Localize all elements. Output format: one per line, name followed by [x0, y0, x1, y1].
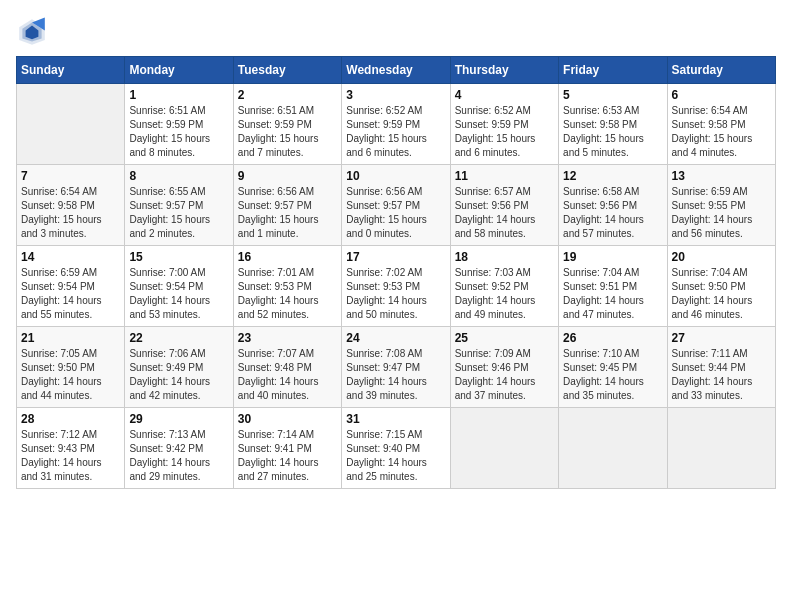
- calendar-cell: 13Sunrise: 6:59 AMSunset: 9:55 PMDayligh…: [667, 165, 775, 246]
- logo-icon: [16, 16, 48, 48]
- calendar-cell: 21Sunrise: 7:05 AMSunset: 9:50 PMDayligh…: [17, 327, 125, 408]
- day-info: Sunrise: 7:13 AMSunset: 9:42 PMDaylight:…: [129, 428, 228, 484]
- day-info: Sunrise: 7:10 AMSunset: 9:45 PMDaylight:…: [563, 347, 662, 403]
- day-info: Sunrise: 7:02 AMSunset: 9:53 PMDaylight:…: [346, 266, 445, 322]
- calendar-cell: [559, 408, 667, 489]
- day-info: Sunrise: 7:01 AMSunset: 9:53 PMDaylight:…: [238, 266, 337, 322]
- calendar-cell: 4Sunrise: 6:52 AMSunset: 9:59 PMDaylight…: [450, 84, 558, 165]
- calendar-cell: 3Sunrise: 6:52 AMSunset: 9:59 PMDaylight…: [342, 84, 450, 165]
- calendar-cell: 25Sunrise: 7:09 AMSunset: 9:46 PMDayligh…: [450, 327, 558, 408]
- calendar-cell: 8Sunrise: 6:55 AMSunset: 9:57 PMDaylight…: [125, 165, 233, 246]
- day-header-thursday: Thursday: [450, 57, 558, 84]
- calendar-cell: 30Sunrise: 7:14 AMSunset: 9:41 PMDayligh…: [233, 408, 341, 489]
- day-info: Sunrise: 7:15 AMSunset: 9:40 PMDaylight:…: [346, 428, 445, 484]
- day-number: 24: [346, 331, 445, 345]
- calendar-cell: 6Sunrise: 6:54 AMSunset: 9:58 PMDaylight…: [667, 84, 775, 165]
- calendar-cell: 14Sunrise: 6:59 AMSunset: 9:54 PMDayligh…: [17, 246, 125, 327]
- day-number: 29: [129, 412, 228, 426]
- day-header-sunday: Sunday: [17, 57, 125, 84]
- day-number: 18: [455, 250, 554, 264]
- calendar-header-row: SundayMondayTuesdayWednesdayThursdayFrid…: [17, 57, 776, 84]
- day-info: Sunrise: 7:04 AMSunset: 9:50 PMDaylight:…: [672, 266, 771, 322]
- day-info: Sunrise: 7:09 AMSunset: 9:46 PMDaylight:…: [455, 347, 554, 403]
- day-info: Sunrise: 6:56 AMSunset: 9:57 PMDaylight:…: [238, 185, 337, 241]
- day-number: 27: [672, 331, 771, 345]
- calendar-week-2: 7Sunrise: 6:54 AMSunset: 9:58 PMDaylight…: [17, 165, 776, 246]
- day-info: Sunrise: 6:52 AMSunset: 9:59 PMDaylight:…: [455, 104, 554, 160]
- day-number: 3: [346, 88, 445, 102]
- calendar-cell: 22Sunrise: 7:06 AMSunset: 9:49 PMDayligh…: [125, 327, 233, 408]
- day-number: 15: [129, 250, 228, 264]
- calendar-cell: 5Sunrise: 6:53 AMSunset: 9:58 PMDaylight…: [559, 84, 667, 165]
- calendar-week-5: 28Sunrise: 7:12 AMSunset: 9:43 PMDayligh…: [17, 408, 776, 489]
- day-info: Sunrise: 6:51 AMSunset: 9:59 PMDaylight:…: [238, 104, 337, 160]
- calendar-cell: 24Sunrise: 7:08 AMSunset: 9:47 PMDayligh…: [342, 327, 450, 408]
- day-number: 22: [129, 331, 228, 345]
- calendar: SundayMondayTuesdayWednesdayThursdayFrid…: [16, 56, 776, 489]
- day-number: 8: [129, 169, 228, 183]
- calendar-cell: 27Sunrise: 7:11 AMSunset: 9:44 PMDayligh…: [667, 327, 775, 408]
- calendar-cell: 19Sunrise: 7:04 AMSunset: 9:51 PMDayligh…: [559, 246, 667, 327]
- day-info: Sunrise: 7:05 AMSunset: 9:50 PMDaylight:…: [21, 347, 120, 403]
- day-number: 2: [238, 88, 337, 102]
- day-number: 7: [21, 169, 120, 183]
- day-header-monday: Monday: [125, 57, 233, 84]
- day-number: 12: [563, 169, 662, 183]
- day-number: 1: [129, 88, 228, 102]
- day-info: Sunrise: 6:59 AMSunset: 9:55 PMDaylight:…: [672, 185, 771, 241]
- day-info: Sunrise: 6:53 AMSunset: 9:58 PMDaylight:…: [563, 104, 662, 160]
- day-header-wednesday: Wednesday: [342, 57, 450, 84]
- day-number: 31: [346, 412, 445, 426]
- calendar-cell: 20Sunrise: 7:04 AMSunset: 9:50 PMDayligh…: [667, 246, 775, 327]
- day-number: 20: [672, 250, 771, 264]
- day-header-saturday: Saturday: [667, 57, 775, 84]
- day-info: Sunrise: 6:57 AMSunset: 9:56 PMDaylight:…: [455, 185, 554, 241]
- day-number: 14: [21, 250, 120, 264]
- calendar-cell: 29Sunrise: 7:13 AMSunset: 9:42 PMDayligh…: [125, 408, 233, 489]
- day-number: 19: [563, 250, 662, 264]
- calendar-cell: 17Sunrise: 7:02 AMSunset: 9:53 PMDayligh…: [342, 246, 450, 327]
- calendar-cell: 18Sunrise: 7:03 AMSunset: 9:52 PMDayligh…: [450, 246, 558, 327]
- day-number: 6: [672, 88, 771, 102]
- calendar-cell: 9Sunrise: 6:56 AMSunset: 9:57 PMDaylight…: [233, 165, 341, 246]
- day-number: 23: [238, 331, 337, 345]
- day-header-friday: Friday: [559, 57, 667, 84]
- day-info: Sunrise: 7:07 AMSunset: 9:48 PMDaylight:…: [238, 347, 337, 403]
- calendar-cell: [450, 408, 558, 489]
- calendar-cell: 12Sunrise: 6:58 AMSunset: 9:56 PMDayligh…: [559, 165, 667, 246]
- day-number: 25: [455, 331, 554, 345]
- day-number: 26: [563, 331, 662, 345]
- day-info: Sunrise: 6:59 AMSunset: 9:54 PMDaylight:…: [21, 266, 120, 322]
- day-info: Sunrise: 7:08 AMSunset: 9:47 PMDaylight:…: [346, 347, 445, 403]
- day-info: Sunrise: 6:55 AMSunset: 9:57 PMDaylight:…: [129, 185, 228, 241]
- day-number: 9: [238, 169, 337, 183]
- calendar-cell: [667, 408, 775, 489]
- calendar-cell: 11Sunrise: 6:57 AMSunset: 9:56 PMDayligh…: [450, 165, 558, 246]
- day-number: 11: [455, 169, 554, 183]
- day-number: 4: [455, 88, 554, 102]
- day-info: Sunrise: 7:06 AMSunset: 9:49 PMDaylight:…: [129, 347, 228, 403]
- calendar-cell: 23Sunrise: 7:07 AMSunset: 9:48 PMDayligh…: [233, 327, 341, 408]
- day-number: 17: [346, 250, 445, 264]
- day-info: Sunrise: 7:00 AMSunset: 9:54 PMDaylight:…: [129, 266, 228, 322]
- day-info: Sunrise: 6:51 AMSunset: 9:59 PMDaylight:…: [129, 104, 228, 160]
- day-number: 28: [21, 412, 120, 426]
- day-number: 13: [672, 169, 771, 183]
- logo: [16, 16, 52, 48]
- day-number: 5: [563, 88, 662, 102]
- day-info: Sunrise: 6:52 AMSunset: 9:59 PMDaylight:…: [346, 104, 445, 160]
- day-number: 21: [21, 331, 120, 345]
- calendar-week-1: 1Sunrise: 6:51 AMSunset: 9:59 PMDaylight…: [17, 84, 776, 165]
- calendar-week-4: 21Sunrise: 7:05 AMSunset: 9:50 PMDayligh…: [17, 327, 776, 408]
- day-info: Sunrise: 7:03 AMSunset: 9:52 PMDaylight:…: [455, 266, 554, 322]
- calendar-cell: 15Sunrise: 7:00 AMSunset: 9:54 PMDayligh…: [125, 246, 233, 327]
- day-header-tuesday: Tuesday: [233, 57, 341, 84]
- calendar-cell: 28Sunrise: 7:12 AMSunset: 9:43 PMDayligh…: [17, 408, 125, 489]
- day-info: Sunrise: 7:04 AMSunset: 9:51 PMDaylight:…: [563, 266, 662, 322]
- header: [16, 16, 776, 48]
- day-number: 30: [238, 412, 337, 426]
- day-info: Sunrise: 7:12 AMSunset: 9:43 PMDaylight:…: [21, 428, 120, 484]
- day-info: Sunrise: 6:56 AMSunset: 9:57 PMDaylight:…: [346, 185, 445, 241]
- day-info: Sunrise: 6:54 AMSunset: 9:58 PMDaylight:…: [672, 104, 771, 160]
- calendar-cell: 7Sunrise: 6:54 AMSunset: 9:58 PMDaylight…: [17, 165, 125, 246]
